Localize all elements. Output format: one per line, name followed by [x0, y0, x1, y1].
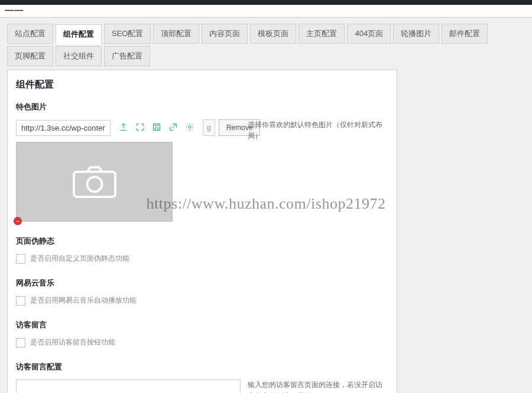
tab-6[interactable]: 主页配置 — [299, 24, 345, 44]
tab-5[interactable]: 模板页面 — [250, 24, 296, 44]
media-toolbar — [114, 122, 199, 134]
admin-topbar — [0, 0, 532, 5]
panel-title: 组件配置 — [16, 79, 388, 91]
breadcrumb-text: —— — [5, 5, 24, 15]
tab-12[interactable]: 广告配置 — [104, 46, 150, 66]
image-preview — [16, 142, 173, 222]
featured-desc: 选择你喜欢的默认特色图片（仅针对新式布局） — [248, 119, 388, 142]
section-featured-image: 特色图片 g Re — [16, 102, 388, 222]
netease-chk-label: 是否启用网易云音乐自动播放功能 — [30, 295, 137, 306]
upload-icon[interactable] — [119, 122, 128, 134]
tab-11[interactable]: 社交组件 — [56, 46, 102, 66]
svg-point-3 — [87, 177, 102, 191]
static-label: 页面伪静态 — [16, 236, 388, 246]
featured-label: 特色图片 — [16, 102, 388, 112]
tab-8[interactable]: 轮播图片 — [393, 24, 439, 44]
breadcrumb-clip: —— — [0, 5, 532, 18]
tab-4[interactable]: 内容页面 — [202, 24, 248, 44]
guestbook-url-input[interactable] — [16, 379, 241, 393]
netease-checkbox[interactable] — [16, 296, 25, 306]
svg-rect-2 — [74, 171, 115, 197]
tab-9[interactable]: 邮件配置 — [442, 24, 488, 44]
expand-icon[interactable] — [135, 122, 145, 134]
share-icon[interactable] — [168, 122, 178, 134]
section-netease: 网易云音乐 是否启用网易云音乐自动播放功能 — [16, 278, 388, 306]
camera-icon — [71, 164, 118, 200]
section-guestbook: 访客留言 是否启用访客留言按钮功能 — [16, 320, 388, 347]
static-chk-label: 是否启用自定义页面伪静态功能 — [30, 254, 129, 264]
suffix-label: g — [203, 119, 215, 136]
config-panel: 组件配置 特色图片 — [7, 70, 397, 393]
guestbook-cfg-label: 访客留言配置 — [16, 362, 388, 372]
guestbook-label: 访客留言 — [16, 320, 388, 330]
tab-10[interactable]: 页脚配置 — [7, 46, 53, 66]
tab-1[interactable]: 组件配置 — [56, 24, 102, 44]
gear-icon[interactable] — [185, 122, 194, 134]
guestbook-cfg-desc: 输入您的访客留言页面的连接，若没开启访客留言按钮该项无效 — [248, 379, 388, 393]
featured-url-input[interactable] — [16, 120, 111, 136]
netease-label: 网易云音乐 — [16, 278, 388, 288]
config-tabs: 站点配置组件配置SEO配置顶部配置内容页面模板页面主页配置404页面轮播图片邮件… — [7, 24, 525, 66]
tab-3[interactable]: 顶部配置 — [153, 24, 199, 44]
static-checkbox[interactable] — [16, 254, 25, 264]
save-icon[interactable] — [152, 122, 161, 134]
svg-rect-0 — [154, 124, 160, 130]
section-guestbook-config: 访客留言配置 输入您的访客留言页面的连接，若没开启访客留言按钮该项无效 — [16, 362, 388, 393]
guestbook-checkbox[interactable] — [16, 338, 25, 347]
delete-image-badge[interactable]: – — [14, 217, 22, 225]
tab-7[interactable]: 404页面 — [347, 24, 391, 44]
section-static-page: 页面伪静态 是否启用自定义页面伪静态功能 — [16, 236, 388, 264]
svg-point-1 — [189, 126, 191, 128]
tab-0[interactable]: 站点配置 — [7, 24, 53, 44]
guestbook-chk-label: 是否启用访客留言按钮功能 — [30, 337, 115, 347]
tab-2[interactable]: SEO配置 — [104, 24, 151, 44]
